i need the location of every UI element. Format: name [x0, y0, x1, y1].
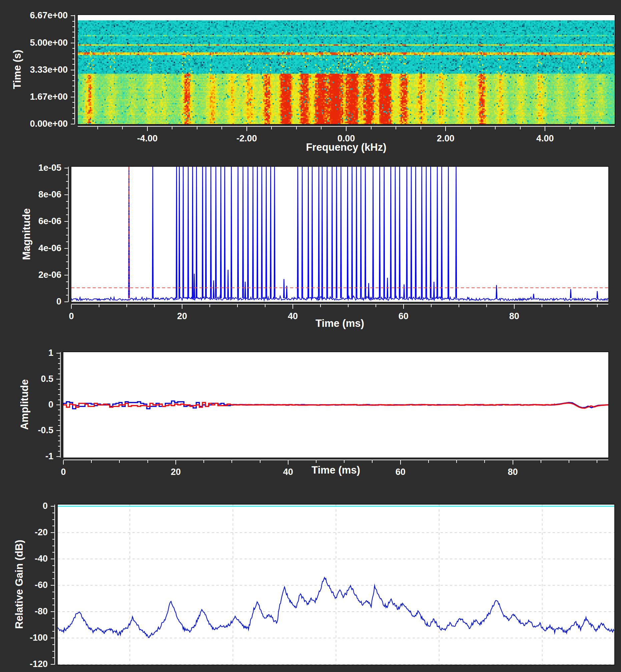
x-minor-tick	[371, 127, 372, 129]
x-minor-tick	[237, 304, 238, 307]
x-minor-tick	[569, 460, 569, 463]
x-minor-tick	[91, 460, 92, 463]
y-minor-tick	[58, 394, 60, 395]
y-tick-label: 1.67e+00	[30, 92, 68, 102]
x-tick-label: 60	[399, 311, 409, 322]
waterfall-ylabel: Time (s)	[11, 13, 23, 126]
y-major-tick	[65, 195, 68, 195]
y-minor-tick	[58, 420, 60, 421]
x-tick-label: 80	[509, 311, 519, 322]
y-minor-tick	[58, 415, 60, 416]
y-tick-label: 0	[48, 400, 53, 410]
x-major-tick	[292, 304, 293, 309]
y-minor-tick	[66, 282, 68, 282]
x-minor-tick	[296, 127, 297, 129]
y-minor-tick	[52, 618, 55, 619]
y-minor-tick	[66, 242, 68, 242]
x-minor-tick	[232, 460, 232, 463]
x-axis-line	[64, 460, 608, 460]
y-major-tick	[65, 301, 68, 302]
x-minor-tick	[172, 127, 172, 129]
y-minor-tick	[72, 113, 75, 114]
y-minor-tick	[52, 644, 55, 645]
x-major-tick	[147, 127, 148, 131]
x-major-tick	[246, 127, 247, 131]
waterfall-canvas[interactable]	[78, 15, 615, 124]
x-minor-tick	[597, 460, 597, 463]
y-major-tick	[71, 70, 75, 70]
x-minor-tick	[265, 304, 265, 307]
y-minor-tick	[72, 75, 75, 76]
y-minor-tick	[52, 539, 55, 540]
x-tick-label: 0	[69, 311, 74, 322]
y-major-tick	[71, 43, 75, 43]
x-minor-tick	[203, 460, 204, 463]
x-minor-tick	[431, 304, 431, 307]
y-major-tick	[56, 353, 60, 353]
x-major-tick	[445, 127, 446, 131]
y-minor-tick	[72, 64, 75, 65]
y-minor-tick	[66, 261, 68, 262]
x-major-tick	[63, 460, 64, 465]
y-tick-label: -60	[35, 580, 48, 590]
y-tick-label: 1e-05	[38, 163, 61, 173]
x-minor-tick	[221, 127, 222, 129]
magnitude-ylabel: Magnitude	[21, 177, 33, 291]
x-tick-label: 20	[177, 311, 187, 322]
waterfall-frame	[77, 14, 616, 125]
y-tick-label: 6e-06	[38, 216, 61, 226]
gain-ylabel: Relative Gain (dB)	[13, 528, 25, 641]
x-minor-tick	[520, 127, 521, 129]
x-minor-tick	[316, 460, 317, 463]
y-minor-tick	[58, 446, 60, 447]
y-minor-tick	[52, 657, 55, 658]
x-minor-tick	[376, 304, 376, 307]
y-minor-tick	[66, 268, 68, 269]
y-major-tick	[65, 248, 68, 249]
x-major-tick	[545, 127, 545, 131]
x-minor-tick	[321, 127, 322, 129]
x-minor-tick	[421, 127, 421, 129]
y-minor-tick	[66, 208, 68, 208]
y-minor-tick	[52, 605, 55, 605]
y-major-tick	[56, 456, 60, 457]
y-major-tick	[51, 611, 55, 612]
x-major-tick	[71, 304, 72, 309]
y-tick-label: 2e-06	[38, 270, 61, 280]
y-minor-tick	[52, 519, 55, 520]
y-minor-tick	[52, 598, 55, 599]
y-minor-tick	[52, 578, 55, 579]
x-major-tick	[514, 304, 514, 309]
y-major-tick	[51, 585, 55, 586]
x-minor-tick	[428, 460, 429, 463]
y-major-tick	[65, 275, 68, 276]
y-tick-label: 6.67e+00	[30, 10, 68, 21]
y-minor-tick	[58, 400, 60, 400]
y-minor-tick	[72, 118, 75, 119]
x-minor-tick	[396, 127, 396, 129]
y-tick-label: -120	[30, 659, 48, 669]
x-tick-label: 40	[288, 311, 298, 322]
y-minor-tick	[66, 174, 68, 175]
y-minor-tick	[52, 651, 55, 652]
magnitude-canvas[interactable]	[71, 167, 608, 302]
x-minor-tick	[197, 127, 198, 129]
x-tick-label: 20	[171, 467, 181, 477]
x-minor-tick	[99, 304, 99, 307]
x-minor-tick	[209, 304, 210, 307]
amplitude-canvas[interactable]	[64, 352, 608, 458]
x-minor-tick	[97, 127, 98, 129]
x-minor-tick	[260, 460, 260, 463]
x-minor-tick	[126, 304, 127, 307]
x-minor-tick	[459, 304, 459, 307]
y-major-tick	[65, 221, 68, 222]
amplitude-xlabel: Time (ms)	[252, 464, 419, 476]
y-tick-label: 0.00e+00	[30, 119, 68, 129]
y-minor-tick	[66, 288, 68, 289]
y-tick-label: -0.5	[38, 425, 53, 435]
gain-canvas[interactable]	[58, 505, 614, 665]
y-major-tick	[71, 97, 75, 97]
y-axis-line	[54, 505, 55, 665]
x-tick-label: 2.00	[437, 133, 455, 144]
y-major-tick	[71, 124, 75, 124]
